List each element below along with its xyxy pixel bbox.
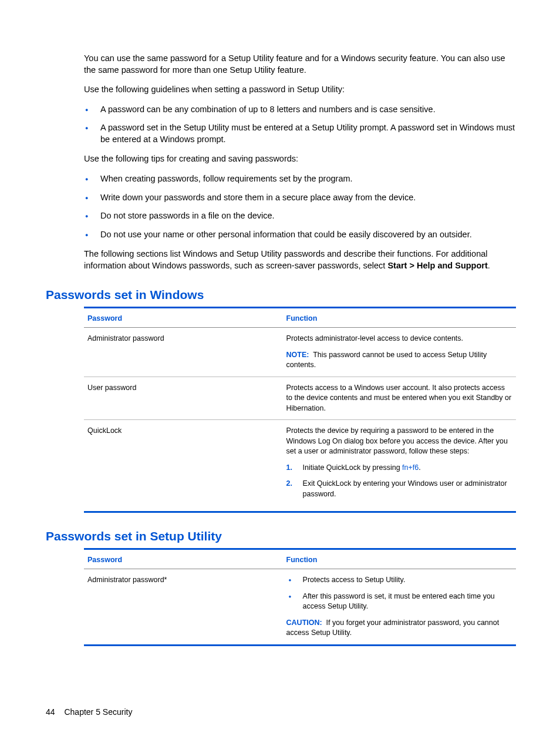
table-row: Administrator password Protects administ… — [84, 328, 516, 377]
step-item: Exit QuickLock by entering your Windows … — [286, 479, 512, 499]
list-item: When creating passwords, follow requirem… — [84, 173, 516, 185]
text: Protects the device by requiring a passw… — [286, 426, 512, 457]
text: Protects administrator-level access to d… — [286, 334, 512, 344]
note-block: NOTE: This password cannot be used to ac… — [286, 350, 512, 371]
col-header-password: Password — [84, 308, 283, 328]
table-row: Administrator password* Protects access … — [84, 569, 516, 646]
list-item: After this password is set, it must be e… — [286, 592, 512, 612]
col-header-password: Password — [84, 549, 283, 569]
intro-paragraph-4: The following sections list Windows and … — [84, 248, 516, 271]
text: . — [419, 463, 420, 472]
cell-name: Administrator password — [84, 328, 283, 377]
list-item: Write down your passwords and store them… — [84, 192, 516, 204]
table-setup-utility-passwords: Password Function Administrator password… — [84, 548, 516, 646]
col-header-function: Function — [283, 549, 516, 569]
list-item: Protects access to Setup Utility. — [286, 575, 512, 586]
tips-list: When creating passwords, follow requirem… — [84, 173, 516, 240]
guidelines-list: A password can be any combination of up … — [84, 104, 516, 146]
table-windows-passwords: Password Function Administrator password… — [84, 307, 516, 513]
table-row: User password Protects access to a Windo… — [84, 377, 516, 420]
page-number: 44 — [46, 707, 55, 717]
list-item: Do not use your name or other personal i… — [84, 229, 516, 241]
text: . — [488, 261, 490, 270]
key-combo: fn+f6 — [402, 463, 419, 472]
cell-function: Protects the device by requiring a passw… — [283, 420, 516, 512]
heading-passwords-setup-utility: Passwords set in Setup Utility — [46, 529, 516, 543]
steps-list: Initiate QuickLock by pressing fn+f6. Ex… — [286, 463, 512, 500]
cell-function: Protects access to a Windows user accoun… — [283, 377, 516, 420]
inner-bullets: Protects access to Setup Utility. After … — [286, 575, 512, 612]
cell-function: Protects administrator-level access to d… — [283, 328, 516, 377]
list-item: A password set in the Setup Utility must… — [84, 122, 516, 145]
cell-name: QuickLock — [84, 420, 283, 512]
cell-function: Protects access to Setup Utility. After … — [283, 569, 516, 646]
note-label: NOTE: — [286, 351, 309, 359]
cell-name: User password — [84, 377, 283, 420]
table-row: QuickLock Protects the device by requiri… — [84, 420, 516, 512]
list-item: A password can be any combination of up … — [84, 104, 516, 116]
text: Initiate QuickLock by pressing — [303, 463, 403, 472]
heading-passwords-windows: Passwords set in Windows — [46, 288, 516, 302]
page-body: You can use the same password for a Setu… — [0, 0, 560, 674]
col-header-function: Function — [283, 308, 516, 328]
page-footer: 44 Chapter 5 Security — [46, 707, 132, 717]
note-text: This password cannot be used to access S… — [286, 351, 487, 369]
cell-name: Administrator password* — [84, 569, 283, 646]
menu-path: Start > Help and Support — [387, 261, 487, 270]
caution-block: CAUTION: If you forget your administrato… — [286, 618, 512, 639]
list-item: Do not store passwords in a file on the … — [84, 210, 516, 222]
intro-paragraph-3: Use the following tips for creating and … — [84, 153, 516, 165]
intro-paragraph-1: You can use the same password for a Setu… — [84, 53, 516, 76]
step-item: Initiate QuickLock by pressing fn+f6. — [286, 463, 512, 473]
caution-label: CAUTION: — [286, 619, 322, 627]
chapter-label: Chapter 5 Security — [64, 707, 132, 717]
intro-paragraph-2: Use the following guidelines when settin… — [84, 84, 516, 96]
